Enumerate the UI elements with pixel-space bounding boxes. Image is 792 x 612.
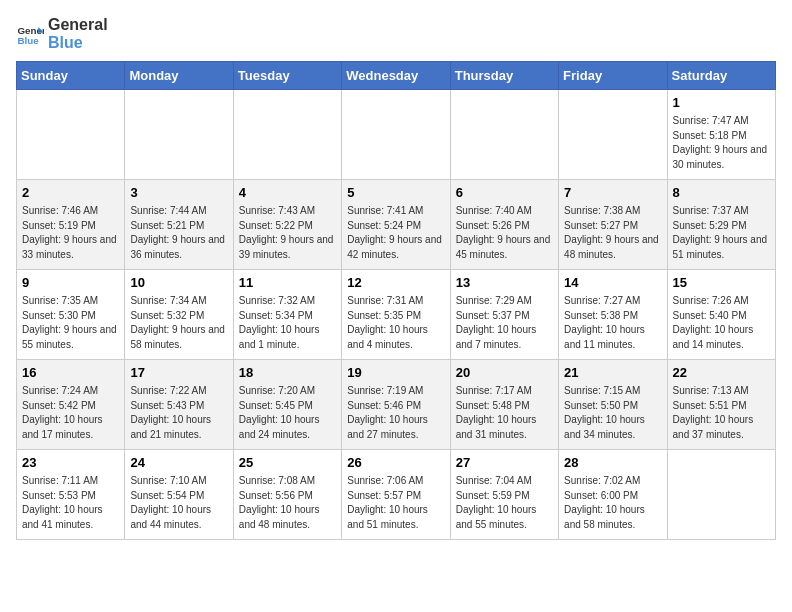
week-row-4: 16Sunrise: 7:24 AM Sunset: 5:42 PM Dayli… bbox=[17, 360, 776, 450]
day-cell bbox=[667, 450, 775, 540]
day-info: Sunrise: 7:34 AM Sunset: 5:32 PM Dayligh… bbox=[130, 294, 227, 352]
day-cell: 18Sunrise: 7:20 AM Sunset: 5:45 PM Dayli… bbox=[233, 360, 341, 450]
week-row-1: 1Sunrise: 7:47 AM Sunset: 5:18 PM Daylig… bbox=[17, 90, 776, 180]
day-info: Sunrise: 7:19 AM Sunset: 5:46 PM Dayligh… bbox=[347, 384, 444, 442]
day-info: Sunrise: 7:15 AM Sunset: 5:50 PM Dayligh… bbox=[564, 384, 661, 442]
day-number: 16 bbox=[22, 364, 119, 382]
day-cell: 10Sunrise: 7:34 AM Sunset: 5:32 PM Dayli… bbox=[125, 270, 233, 360]
day-info: Sunrise: 7:46 AM Sunset: 5:19 PM Dayligh… bbox=[22, 204, 119, 262]
day-cell: 3Sunrise: 7:44 AM Sunset: 5:21 PM Daylig… bbox=[125, 180, 233, 270]
week-row-5: 23Sunrise: 7:11 AM Sunset: 5:53 PM Dayli… bbox=[17, 450, 776, 540]
day-number: 9 bbox=[22, 274, 119, 292]
weekday-header-row: SundayMondayTuesdayWednesdayThursdayFrid… bbox=[17, 62, 776, 90]
day-cell bbox=[450, 90, 558, 180]
day-number: 11 bbox=[239, 274, 336, 292]
calendar-body: 1Sunrise: 7:47 AM Sunset: 5:18 PM Daylig… bbox=[17, 90, 776, 540]
day-cell: 20Sunrise: 7:17 AM Sunset: 5:48 PM Dayli… bbox=[450, 360, 558, 450]
logo: General Blue General Blue bbox=[16, 16, 108, 51]
day-number: 12 bbox=[347, 274, 444, 292]
day-number: 26 bbox=[347, 454, 444, 472]
day-cell: 27Sunrise: 7:04 AM Sunset: 5:59 PM Dayli… bbox=[450, 450, 558, 540]
day-number: 24 bbox=[130, 454, 227, 472]
logo-blue-text: Blue bbox=[48, 34, 108, 52]
day-info: Sunrise: 7:37 AM Sunset: 5:29 PM Dayligh… bbox=[673, 204, 770, 262]
day-cell bbox=[233, 90, 341, 180]
day-info: Sunrise: 7:13 AM Sunset: 5:51 PM Dayligh… bbox=[673, 384, 770, 442]
day-cell: 25Sunrise: 7:08 AM Sunset: 5:56 PM Dayli… bbox=[233, 450, 341, 540]
day-info: Sunrise: 7:44 AM Sunset: 5:21 PM Dayligh… bbox=[130, 204, 227, 262]
day-number: 7 bbox=[564, 184, 661, 202]
day-number: 17 bbox=[130, 364, 227, 382]
day-info: Sunrise: 7:29 AM Sunset: 5:37 PM Dayligh… bbox=[456, 294, 553, 352]
weekday-wednesday: Wednesday bbox=[342, 62, 450, 90]
weekday-friday: Friday bbox=[559, 62, 667, 90]
day-number: 13 bbox=[456, 274, 553, 292]
day-number: 23 bbox=[22, 454, 119, 472]
day-cell: 5Sunrise: 7:41 AM Sunset: 5:24 PM Daylig… bbox=[342, 180, 450, 270]
day-number: 14 bbox=[564, 274, 661, 292]
day-info: Sunrise: 7:38 AM Sunset: 5:27 PM Dayligh… bbox=[564, 204, 661, 262]
week-row-2: 2Sunrise: 7:46 AM Sunset: 5:19 PM Daylig… bbox=[17, 180, 776, 270]
day-info: Sunrise: 7:17 AM Sunset: 5:48 PM Dayligh… bbox=[456, 384, 553, 442]
logo-general-text: General bbox=[48, 16, 108, 34]
day-info: Sunrise: 7:41 AM Sunset: 5:24 PM Dayligh… bbox=[347, 204, 444, 262]
day-info: Sunrise: 7:08 AM Sunset: 5:56 PM Dayligh… bbox=[239, 474, 336, 532]
day-number: 3 bbox=[130, 184, 227, 202]
day-cell: 24Sunrise: 7:10 AM Sunset: 5:54 PM Dayli… bbox=[125, 450, 233, 540]
day-cell: 6Sunrise: 7:40 AM Sunset: 5:26 PM Daylig… bbox=[450, 180, 558, 270]
day-cell bbox=[342, 90, 450, 180]
day-cell: 28Sunrise: 7:02 AM Sunset: 6:00 PM Dayli… bbox=[559, 450, 667, 540]
weekday-sunday: Sunday bbox=[17, 62, 125, 90]
day-cell bbox=[559, 90, 667, 180]
day-info: Sunrise: 7:06 AM Sunset: 5:57 PM Dayligh… bbox=[347, 474, 444, 532]
day-info: Sunrise: 7:47 AM Sunset: 5:18 PM Dayligh… bbox=[673, 114, 770, 172]
day-info: Sunrise: 7:40 AM Sunset: 5:26 PM Dayligh… bbox=[456, 204, 553, 262]
day-cell: 9Sunrise: 7:35 AM Sunset: 5:30 PM Daylig… bbox=[17, 270, 125, 360]
day-cell bbox=[125, 90, 233, 180]
day-number: 28 bbox=[564, 454, 661, 472]
day-cell: 26Sunrise: 7:06 AM Sunset: 5:57 PM Dayli… bbox=[342, 450, 450, 540]
day-info: Sunrise: 7:02 AM Sunset: 6:00 PM Dayligh… bbox=[564, 474, 661, 532]
day-number: 25 bbox=[239, 454, 336, 472]
day-number: 27 bbox=[456, 454, 553, 472]
day-info: Sunrise: 7:43 AM Sunset: 5:22 PM Dayligh… bbox=[239, 204, 336, 262]
day-number: 20 bbox=[456, 364, 553, 382]
day-cell: 21Sunrise: 7:15 AM Sunset: 5:50 PM Dayli… bbox=[559, 360, 667, 450]
day-info: Sunrise: 7:04 AM Sunset: 5:59 PM Dayligh… bbox=[456, 474, 553, 532]
day-number: 4 bbox=[239, 184, 336, 202]
day-cell: 8Sunrise: 7:37 AM Sunset: 5:29 PM Daylig… bbox=[667, 180, 775, 270]
day-cell: 11Sunrise: 7:32 AM Sunset: 5:34 PM Dayli… bbox=[233, 270, 341, 360]
svg-text:Blue: Blue bbox=[17, 34, 39, 45]
day-info: Sunrise: 7:20 AM Sunset: 5:45 PM Dayligh… bbox=[239, 384, 336, 442]
day-cell: 1Sunrise: 7:47 AM Sunset: 5:18 PM Daylig… bbox=[667, 90, 775, 180]
day-cell: 22Sunrise: 7:13 AM Sunset: 5:51 PM Dayli… bbox=[667, 360, 775, 450]
day-info: Sunrise: 7:22 AM Sunset: 5:43 PM Dayligh… bbox=[130, 384, 227, 442]
day-info: Sunrise: 7:10 AM Sunset: 5:54 PM Dayligh… bbox=[130, 474, 227, 532]
calendar: SundayMondayTuesdayWednesdayThursdayFrid… bbox=[16, 61, 776, 540]
day-number: 2 bbox=[22, 184, 119, 202]
day-number: 1 bbox=[673, 94, 770, 112]
day-info: Sunrise: 7:26 AM Sunset: 5:40 PM Dayligh… bbox=[673, 294, 770, 352]
day-cell: 15Sunrise: 7:26 AM Sunset: 5:40 PM Dayli… bbox=[667, 270, 775, 360]
weekday-monday: Monday bbox=[125, 62, 233, 90]
day-cell: 2Sunrise: 7:46 AM Sunset: 5:19 PM Daylig… bbox=[17, 180, 125, 270]
day-cell: 4Sunrise: 7:43 AM Sunset: 5:22 PM Daylig… bbox=[233, 180, 341, 270]
weekday-tuesday: Tuesday bbox=[233, 62, 341, 90]
day-cell: 13Sunrise: 7:29 AM Sunset: 5:37 PM Dayli… bbox=[450, 270, 558, 360]
day-info: Sunrise: 7:24 AM Sunset: 5:42 PM Dayligh… bbox=[22, 384, 119, 442]
day-number: 22 bbox=[673, 364, 770, 382]
weekday-saturday: Saturday bbox=[667, 62, 775, 90]
day-number: 21 bbox=[564, 364, 661, 382]
day-number: 10 bbox=[130, 274, 227, 292]
day-cell: 14Sunrise: 7:27 AM Sunset: 5:38 PM Dayli… bbox=[559, 270, 667, 360]
logo-icon: General Blue bbox=[16, 20, 44, 48]
day-info: Sunrise: 7:11 AM Sunset: 5:53 PM Dayligh… bbox=[22, 474, 119, 532]
day-number: 15 bbox=[673, 274, 770, 292]
day-number: 19 bbox=[347, 364, 444, 382]
day-info: Sunrise: 7:27 AM Sunset: 5:38 PM Dayligh… bbox=[564, 294, 661, 352]
day-cell: 23Sunrise: 7:11 AM Sunset: 5:53 PM Dayli… bbox=[17, 450, 125, 540]
day-cell: 7Sunrise: 7:38 AM Sunset: 5:27 PM Daylig… bbox=[559, 180, 667, 270]
day-cell bbox=[17, 90, 125, 180]
week-row-3: 9Sunrise: 7:35 AM Sunset: 5:30 PM Daylig… bbox=[17, 270, 776, 360]
day-number: 18 bbox=[239, 364, 336, 382]
